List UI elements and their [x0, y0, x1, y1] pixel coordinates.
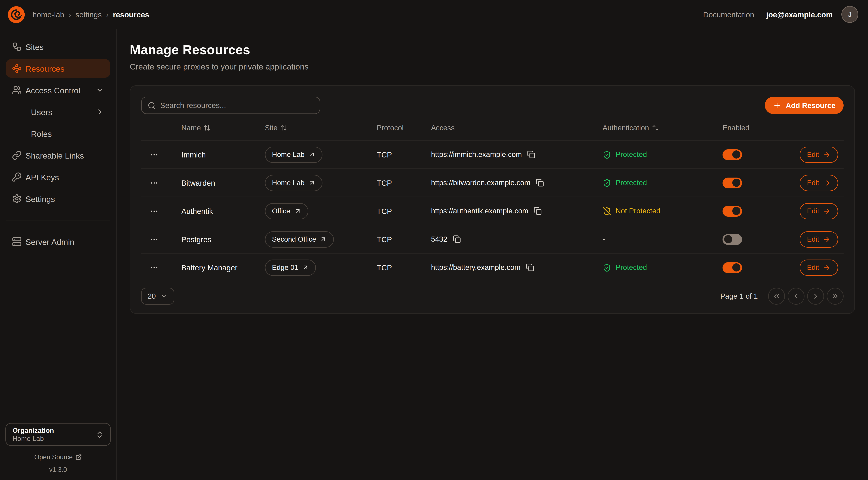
enabled-toggle[interactable]: [722, 206, 742, 216]
row-menu-button[interactable]: [141, 178, 167, 187]
enabled-toggle[interactable]: [722, 234, 742, 245]
copy-button[interactable]: [534, 207, 542, 215]
ellipsis-icon: [150, 150, 158, 159]
edit-button[interactable]: Edit: [799, 146, 838, 163]
site-link[interactable]: Home Lab: [265, 146, 322, 163]
enabled-toggle[interactable]: [722, 149, 742, 160]
breadcrumb-separator-icon: ›: [69, 10, 71, 19]
version-label: v1.3.0: [5, 466, 111, 474]
link-icon: [12, 150, 22, 160]
next-page-button[interactable]: [807, 288, 824, 305]
gear-icon: [12, 194, 22, 204]
row-menu-button[interactable]: [141, 235, 167, 244]
row-menu-button[interactable]: [141, 207, 167, 215]
copy-button[interactable]: [527, 150, 535, 158]
pagination: 20 Page 1 of 1: [141, 288, 844, 305]
copy-icon: [453, 235, 461, 243]
first-page-button[interactable]: [768, 288, 785, 305]
search-box: [141, 97, 320, 114]
sidebar-item-access-control[interactable]: Access Control: [6, 81, 110, 99]
copy-button[interactable]: [453, 235, 461, 243]
sidebar-item-resources[interactable]: Resources: [6, 59, 110, 78]
resource-access-url: 5432: [431, 235, 447, 243]
edit-button[interactable]: Edit: [799, 203, 838, 219]
site-link[interactable]: Second Office: [265, 231, 334, 247]
documentation-link[interactable]: Documentation: [703, 10, 754, 19]
row-menu-button[interactable]: [141, 150, 167, 159]
sidebar-item-server-admin[interactable]: Server Admin: [6, 232, 110, 251]
enabled-toggle[interactable]: [722, 177, 742, 188]
ellipsis-icon: [150, 178, 158, 187]
last-page-button[interactable]: [827, 288, 844, 305]
page-size-select[interactable]: 20: [141, 288, 174, 305]
arrow-right-icon: [823, 207, 831, 215]
edit-button[interactable]: Edit: [799, 175, 838, 191]
chevrons-up-down-icon: [96, 430, 104, 439]
sidebar-item-settings[interactable]: Settings: [6, 189, 110, 208]
breadcrumb-separator-icon: ›: [106, 10, 108, 19]
edit-button[interactable]: Edit: [799, 259, 838, 276]
column-header-site[interactable]: Site: [259, 124, 363, 132]
resource-name: Authentik: [167, 207, 259, 215]
copy-button[interactable]: [526, 263, 534, 271]
add-resource-label: Add Resource: [786, 101, 835, 110]
edit-button[interactable]: Edit: [799, 231, 838, 247]
table-row: Battery Manager Edge 01 TCP https://batt…: [141, 253, 844, 281]
auth-status: -: [602, 235, 605, 243]
sidebar-item-sites[interactable]: Sites: [6, 37, 110, 56]
row-menu-button[interactable]: [141, 263, 167, 272]
chevrons-right-icon: [831, 292, 839, 300]
copy-button[interactable]: [536, 179, 544, 187]
copy-icon: [526, 263, 534, 271]
avatar[interactable]: J: [841, 6, 858, 23]
search-input[interactable]: [160, 101, 314, 110]
resource-access-url: https://authentik.example.com: [431, 207, 528, 215]
site-link[interactable]: Office: [265, 203, 308, 219]
table-header: Name Site Protocol Access Authentication…: [141, 115, 844, 140]
arrow-right-icon: [823, 236, 831, 243]
sort-icon: [652, 124, 659, 131]
resource-protocol: TCP: [363, 207, 417, 215]
resource-protocol: TCP: [363, 150, 417, 159]
sidebar-item-label: Shareable Links: [26, 151, 84, 160]
site-link[interactable]: Edge 01: [265, 259, 316, 276]
column-header-authentication[interactable]: Authentication: [591, 124, 699, 132]
sidebar-item-roles[interactable]: Roles: [6, 124, 110, 143]
resource-protocol: TCP: [363, 263, 417, 272]
toggle-knob: [732, 179, 740, 187]
shield-check-icon: [602, 150, 611, 159]
toggle-knob: [732, 207, 740, 215]
arrow-up-right-icon: [302, 264, 309, 271]
table-row: Bitwarden Home Lab TCP https://bitwarden…: [141, 168, 844, 197]
external-link-icon: [75, 454, 82, 460]
resource-access-url: https://battery.example.com: [431, 263, 520, 271]
table-row: Immich Home Lab TCP https://immich.examp…: [141, 140, 844, 168]
workflow-icon: [12, 42, 22, 52]
main-content: Manage Resources Create secure proxies t…: [117, 29, 868, 480]
page-info: Page 1 of 1: [720, 292, 758, 300]
sidebar-item-label: Access Control: [26, 86, 80, 95]
sort-icon: [204, 124, 211, 131]
open-source-link[interactable]: Open Source: [5, 453, 111, 461]
organization-selector[interactable]: Organization Home Lab: [5, 423, 111, 446]
sidebar-item-api-keys[interactable]: API Keys: [6, 168, 110, 186]
enabled-toggle[interactable]: [722, 262, 742, 273]
auth-status: Not Protected: [616, 207, 660, 215]
breadcrumb-org[interactable]: home-lab: [33, 10, 64, 19]
add-resource-button[interactable]: Add Resource: [765, 97, 844, 114]
site-link[interactable]: Home Lab: [265, 175, 322, 191]
copy-icon: [534, 207, 542, 215]
previous-page-button[interactable]: [788, 288, 805, 305]
arrow-right-icon: [823, 151, 831, 158]
resource-name: Postgres: [167, 235, 259, 244]
breadcrumb-resources[interactable]: resources: [113, 10, 149, 19]
pangolin-logo[interactable]: [8, 6, 25, 23]
chevron-down-icon: [96, 86, 104, 94]
open-source-label: Open Source: [34, 453, 72, 461]
breadcrumb-settings[interactable]: settings: [75, 10, 102, 19]
sidebar-item-users[interactable]: Users: [6, 102, 110, 121]
column-header-name[interactable]: Name: [167, 124, 259, 132]
user-email[interactable]: joe@example.com: [766, 10, 833, 19]
column-header-enabled: Enabled: [699, 124, 772, 132]
sidebar-item-shareable-links[interactable]: Shareable Links: [6, 146, 110, 164]
